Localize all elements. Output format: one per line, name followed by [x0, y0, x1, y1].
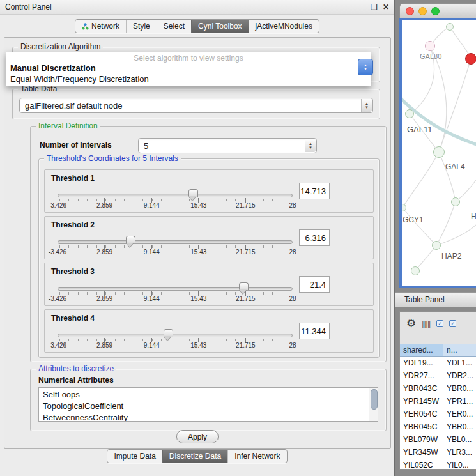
- network-node[interactable]: [432, 241, 441, 250]
- tab-cyni-toolbox[interactable]: Cyni Toolbox: [191, 20, 248, 33]
- tab-label: Network: [91, 22, 119, 31]
- num-intervals-label: Number of Intervals: [40, 141, 112, 150]
- network-node[interactable]: [451, 197, 460, 206]
- threshold-value-field[interactable]: 14.713: [299, 183, 330, 199]
- num-intervals-value: 5: [144, 141, 148, 151]
- threshold-slider[interactable]: [58, 282, 293, 296]
- slider-thumb[interactable]: [126, 236, 135, 243]
- network-window-titlebar[interactable]: [399, 3, 476, 18]
- scale-label: 9.144: [144, 342, 160, 349]
- attributes-group: Attributes to discretize Numerical Attri…: [30, 369, 387, 431]
- table-row[interactable]: YER054CYER0...: [400, 408, 476, 420]
- threshold-slider[interactable]: [58, 236, 293, 250]
- algorithm-combo-stepper-icon[interactable]: ▲▼: [358, 59, 373, 75]
- gear-icon[interactable]: ⚙: [406, 318, 416, 329]
- tab-jactivemnodules[interactable]: jActiveMNodules: [249, 20, 319, 33]
- zoom-traffic-light-icon[interactable]: [431, 7, 440, 15]
- network-canvas[interactable]: GAL80GAL11GAL4GCY1HAP2H: [402, 20, 476, 286]
- num-intervals-stepper-icon[interactable]: ▲▼: [305, 139, 316, 152]
- scale-label: -3.426: [49, 295, 66, 302]
- threshold-slider[interactable]: [58, 189, 293, 203]
- network-node[interactable]: [465, 53, 476, 65]
- tab-label: Impute Data: [114, 452, 155, 461]
- column-header[interactable]: n...: [443, 344, 476, 357]
- apply-button[interactable]: Apply: [176, 430, 219, 443]
- threshold-value-field[interactable]: 21.4: [299, 276, 330, 293]
- attributes-scrollbar[interactable]: [369, 388, 378, 421]
- threshold-panel: Threshold 3-3.4262.8599.14415.4321.71528…: [44, 263, 374, 306]
- slider-thumb[interactable]: [164, 329, 173, 337]
- slider-thumb[interactable]: [188, 189, 198, 197]
- control-panel-titlebar[interactable]: Control Panel ❑ ✕: [0, 0, 394, 15]
- dropdown-options: Manual DiscretizationEqual Width/Frequen…: [6, 63, 371, 84]
- table-data-combo[interactable]: galFiltered.sif default node ▲▼: [19, 98, 373, 113]
- tab-network[interactable]: Network: [75, 20, 126, 33]
- table-row[interactable]: YBL079WYBL0...: [400, 433, 476, 446]
- thresholds-group-title: Threshold's Coordinates for 5 Intervals: [44, 154, 181, 163]
- close-traffic-light-icon[interactable]: [406, 7, 414, 15]
- threshold-value-field[interactable]: 6.316: [299, 229, 330, 246]
- tab-impute-data[interactable]: Impute Data: [107, 450, 162, 463]
- slider-track: [58, 194, 293, 197]
- bottom-tabs: Impute DataDiscretize DataInfer Network: [107, 449, 287, 463]
- slider-thumb[interactable]: [239, 282, 249, 290]
- algorithm-group-title: Discretization Algorithm: [18, 42, 103, 51]
- network-node[interactable]: [405, 109, 414, 118]
- network-view-window: GAL80GAL11GAL4GCY1HAP2H: [399, 3, 476, 288]
- dropdown-option-manual-discretization[interactable]: Manual Discretization: [6, 63, 371, 73]
- threshold-slider[interactable]: [58, 329, 293, 343]
- tab-infer-network[interactable]: Infer Network: [227, 450, 286, 463]
- table-cell: YBR045C: [400, 420, 443, 433]
- select-rows-checkbox-icon[interactable]: ✓: [449, 320, 456, 327]
- tab-style[interactable]: Style: [126, 20, 157, 33]
- tab-discretize-data[interactable]: Discretize Data: [162, 450, 227, 463]
- table-row[interactable]: YBR045CYBR0...: [400, 420, 476, 433]
- slider-tick-marks: [59, 245, 291, 248]
- column-chooser-icon[interactable]: ▥: [422, 319, 431, 328]
- table-row[interactable]: YDL19...YDL1...: [400, 357, 476, 369]
- scale-label: -3.426: [49, 249, 66, 256]
- threshold-panel: Threshold 4-3.4262.8599.14415.4321.71528…: [44, 309, 374, 353]
- table-row[interactable]: YLR345WYLR3...: [400, 446, 476, 459]
- dropdown-option-equal-width-frequency-discretization[interactable]: Equal Width/Frequency Discretization: [6, 73, 371, 84]
- slider-track: [58, 240, 293, 244]
- num-intervals-combo[interactable]: 5 ▲▼: [138, 138, 317, 153]
- float-window-icon[interactable]: ❑: [371, 3, 378, 12]
- bottom-tab-row: Impute DataDiscretize DataInfer Network: [0, 449, 394, 463]
- select-all-checkbox-icon[interactable]: ✓: [436, 320, 443, 327]
- close-window-icon[interactable]: ✕: [383, 3, 389, 12]
- table-cell: YDR2...: [443, 369, 476, 382]
- numerical-attributes-label: Numerical Attributes: [38, 376, 114, 385]
- table-cell: YBR043C: [400, 382, 443, 395]
- table-data-stepper-icon[interactable]: ▲▼: [361, 99, 372, 112]
- network-node[interactable]: [425, 41, 435, 51]
- list-item[interactable]: SelfLoops: [39, 389, 378, 401]
- list-item[interactable]: TopologicalCoefficient: [39, 401, 378, 412]
- threshold-panel: Threshold 1-3.4262.8599.14415.4321.71528…: [44, 169, 374, 213]
- threshold-value-field[interactable]: 11.344: [299, 323, 330, 339]
- scale-label: 28: [289, 249, 296, 256]
- table-panel-header[interactable]: Table Panel: [395, 292, 476, 307]
- minimize-traffic-light-icon[interactable]: [418, 7, 427, 15]
- scale-label: -3.426: [49, 202, 66, 209]
- column-header[interactable]: shared...: [400, 344, 443, 357]
- table-cell: YER054C: [400, 408, 443, 420]
- network-node[interactable]: [433, 146, 445, 158]
- table-row[interactable]: YPR145WYPR1...: [400, 395, 476, 408]
- tab-select[interactable]: Select: [157, 20, 191, 33]
- algorithm-dropdown-popup: Select algorithm to view settings Manual…: [6, 52, 371, 86]
- scrollbar-thumb[interactable]: [371, 389, 378, 410]
- scale-label: -3.426: [49, 342, 66, 349]
- table-row[interactable]: YBR043CYBR0...: [400, 382, 476, 395]
- thresholds-group: Threshold's Coordinates for 5 Intervals …: [38, 158, 380, 358]
- table-row[interactable]: YIL052CYIL0...: [400, 459, 476, 469]
- list-item[interactable]: BetweennessCentrality: [39, 412, 378, 422]
- table-row[interactable]: YDR27...YDR2...: [400, 369, 476, 382]
- attributes-listbox[interactable]: SelfLoopsTopologicalCoefficientBetweenne…: [38, 387, 378, 422]
- network-node[interactable]: [411, 266, 420, 275]
- network-node[interactable]: [446, 23, 454, 31]
- slider-tick-marks: [59, 339, 291, 341]
- table-cell: YIL0...: [443, 459, 476, 469]
- scale-label: 21.715: [236, 295, 256, 302]
- control-panel-window: Control Panel ❑ ✕ NetworkStyleSelectCyni…: [0, 0, 395, 476]
